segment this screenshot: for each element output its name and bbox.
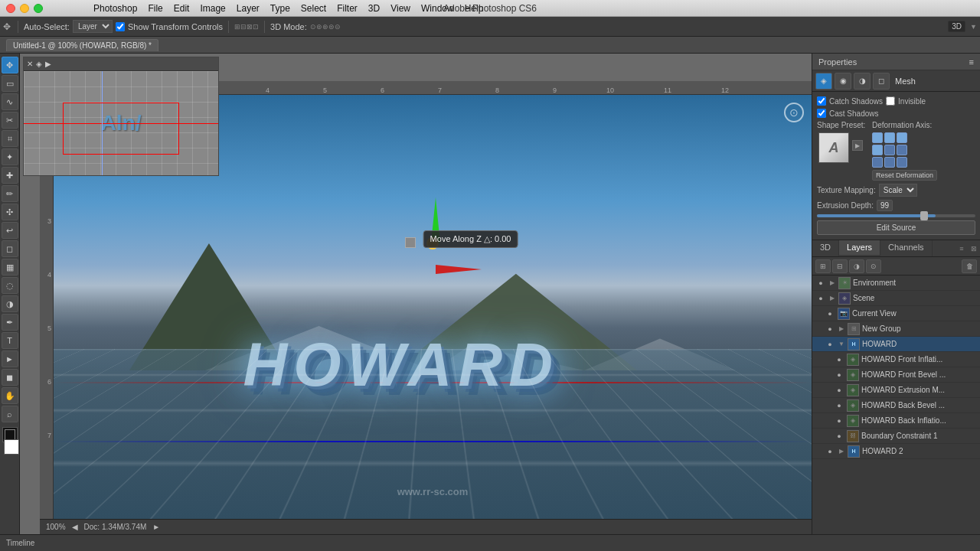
deform-dot-6[interactable] <box>897 145 907 155</box>
traffic-lights[interactable] <box>6 4 43 13</box>
edit-source-btn[interactable]: Edit Source <box>817 220 975 235</box>
new-layer-btn[interactable]: ⊟ <box>832 259 848 273</box>
auto-select-dropdown[interactable]: Layer <box>73 20 113 33</box>
crop-tool-btn[interactable]: ⌗ <box>2 130 18 147</box>
eye-howard-back-bevel[interactable]: ● <box>834 400 844 411</box>
layer-howard-2[interactable]: ● ▶ H HOWARD 2 <box>812 444 980 459</box>
menu-layer[interactable]: Layer <box>232 2 264 15</box>
layer-environment[interactable]: ● ▶ ☀ Environment <box>812 276 980 291</box>
move-tool-btn[interactable]: ✥ <box>2 57 18 73</box>
eye-scene[interactable]: ● <box>815 293 826 304</box>
deform-mode-btn[interactable]: ◉ <box>835 73 851 90</box>
history-btn[interactable]: ↩ <box>2 222 18 239</box>
menu-filter[interactable]: Filter <box>332 2 362 15</box>
layers-panel-menu[interactable]: ≡ <box>956 240 968 257</box>
deform-dot-9[interactable] <box>897 157 907 168</box>
slider-thumb[interactable] <box>920 211 928 220</box>
deform-dot-4[interactable] <box>872 145 883 155</box>
menu-view[interactable]: View <box>386 2 415 15</box>
shape-preset-arrow[interactable]: ▶ <box>852 131 866 165</box>
blur-btn[interactable]: ◌ <box>2 277 18 294</box>
show-transform-checkbox[interactable] <box>116 22 125 31</box>
3d-mode-btn[interactable]: 3D <box>948 21 965 32</box>
layer-mask-btn[interactable]: ◑ <box>849 259 864 273</box>
layer-current-view[interactable]: ● 📷 Current View <box>812 306 980 321</box>
navigator-close[interactable]: ✕ <box>27 60 33 68</box>
eye-howard-back-inflate[interactable]: ● <box>834 416 844 426</box>
layer-new-group[interactable]: ● ▶ ⊞ New Group <box>812 321 980 337</box>
extrusion-depth-value[interactable]: 99 <box>877 200 893 211</box>
eye-current-view[interactable]: ● <box>825 308 835 319</box>
eyedropper-btn[interactable]: ✦ <box>2 148 18 165</box>
path-select-btn[interactable]: ► <box>2 350 18 367</box>
layer-boundary-constraint[interactable]: ● ⛓ Boundary Constraint 1 <box>812 429 980 444</box>
scene-mode-btn[interactable]: ◻ <box>873 73 890 90</box>
eye-howard-extrusion[interactable]: ● <box>834 385 844 396</box>
transform-handle-left[interactable] <box>405 237 416 248</box>
layer-howard-front-inflate[interactable]: ● ◈ HOWARD Front Inflati... <box>812 352 980 367</box>
eraser-btn[interactable]: ◻ <box>2 240 18 257</box>
healing-btn[interactable]: ✚ <box>2 167 18 184</box>
background-color[interactable] <box>4 439 19 455</box>
eye-howard-front-inflate[interactable]: ● <box>834 354 844 365</box>
orbit-control[interactable]: ⊙ <box>784 103 804 122</box>
deform-dot-1[interactable] <box>872 132 883 143</box>
3d-dropdown-icon[interactable]: ▼ <box>970 23 977 31</box>
layer-howard-front-bevel[interactable]: ● ◈ HOWARD Front Bevel ... <box>812 367 980 383</box>
expand-environment[interactable]: ▶ <box>828 279 836 287</box>
layer-scene[interactable]: ● ▶ ◈ Scene <box>812 291 980 306</box>
minimize-btn[interactable] <box>20 4 29 13</box>
expand-new-group[interactable]: ▶ <box>838 325 845 333</box>
catch-shadows-checkbox[interactable] <box>817 96 826 106</box>
tab-layers[interactable]: Layers <box>839 240 880 256</box>
layer-howard[interactable]: ● ▼ H HOWARD <box>812 337 980 352</box>
cast-shadows-checkbox[interactable] <box>817 109 826 118</box>
status-nav-icon[interactable]: ◀ <box>72 523 78 531</box>
deform-dot-5[interactable] <box>884 145 895 155</box>
properties-expand[interactable]: ≡ <box>969 57 974 67</box>
transform-arrow-right[interactable] <box>436 265 482 274</box>
brush-btn[interactable]: ✏ <box>2 185 18 202</box>
shape-tool-btn[interactable]: ◼ <box>2 369 18 386</box>
tab-3d[interactable]: 3D <box>812 240 839 256</box>
pen-tool-btn[interactable]: ✒ <box>2 314 18 331</box>
marquee-tool-btn[interactable]: ▭ <box>2 75 18 92</box>
gradient-btn[interactable]: ▦ <box>2 259 18 276</box>
layer-howard-back-bevel[interactable]: ● ◈ HOWARD Back Bevel ... <box>812 398 980 413</box>
menu-file[interactable]: File <box>143 2 167 15</box>
close-btn[interactable] <box>6 4 15 13</box>
clone-btn[interactable]: ✣ <box>2 204 18 220</box>
dodge-btn[interactable]: ◑ <box>2 295 18 312</box>
layer-howard-back-inflate[interactable]: ● ◈ HOWARD Back Inflatio... <box>812 413 980 429</box>
maximize-btn[interactable] <box>34 4 43 13</box>
document-tab[interactable]: Untitled-1 @ 100% (HOWARD, RGB/8) * <box>6 39 158 51</box>
lasso-tool-btn[interactable]: ∿ <box>2 93 18 110</box>
quick-select-btn[interactable]: ✂ <box>2 112 18 129</box>
deform-dot-2[interactable] <box>884 132 895 143</box>
eye-howard-front-bevel[interactable]: ● <box>834 370 844 380</box>
layers-panel-expand[interactable]: ⊠ <box>968 240 980 257</box>
texture-mapping-select[interactable]: Scale <box>879 184 917 197</box>
expand-scene[interactable]: ▶ <box>828 295 836 302</box>
menu-select[interactable]: Select <box>296 2 331 15</box>
deform-dot-8[interactable] <box>884 157 895 168</box>
layer-howard-extrusion[interactable]: ● ◈ HOWARD Extrusion M... <box>812 383 980 398</box>
deform-dot-7[interactable] <box>872 157 883 168</box>
invisible-checkbox[interactable] <box>886 96 895 106</box>
expand-howard-2[interactable]: ▶ <box>838 448 845 455</box>
zoom-tool-btn[interactable]: ⌕ <box>2 406 18 422</box>
menu-photoshop[interactable]: Photoshop <box>89 2 142 15</box>
mesh-mode-btn[interactable]: ◈ <box>815 73 832 90</box>
new-layer-group-btn[interactable]: ⊞ <box>815 259 831 273</box>
eye-boundary-constraint[interactable]: ● <box>834 431 844 442</box>
menu-type[interactable]: Type <box>266 2 295 15</box>
deform-dot-3[interactable] <box>897 132 907 143</box>
reset-deformation-btn[interactable]: Reset Deformation <box>872 170 937 181</box>
text-tool-btn[interactable]: T <box>2 332 18 349</box>
shape-thumb-1[interactable]: A <box>818 132 849 163</box>
expand-howard[interactable]: ▼ <box>838 341 845 348</box>
status-arrow[interactable]: ► <box>152 523 160 531</box>
hand-tool-btn[interactable]: ✋ <box>2 387 18 404</box>
eye-environment[interactable]: ● <box>815 278 826 289</box>
delete-layer-btn[interactable]: 🗑 <box>962 259 977 273</box>
